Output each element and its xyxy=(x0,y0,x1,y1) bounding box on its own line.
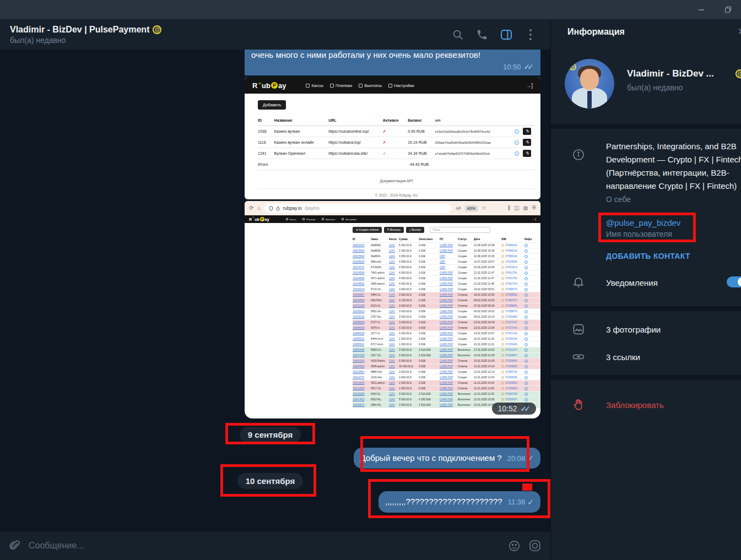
info-icon[interactable]: i xyxy=(524,338,528,341)
cell-kassa-link[interactable]: 1241 xyxy=(389,387,399,390)
cell-payment-system-link[interactable]: CARD P2P xyxy=(440,376,458,379)
cell-sim-link[interactable]: 37586018.. xyxy=(501,244,524,247)
cell-info[interactable]: i xyxy=(524,266,531,269)
info-icon[interactable]: i xyxy=(524,332,528,335)
cell-payment-system-link[interactable]: CARD P2P xyxy=(440,305,458,307)
info-icon[interactable]: i xyxy=(524,360,528,363)
cell-info[interactable]: i xyxy=(524,387,531,390)
info-icon[interactable]: i xyxy=(524,371,528,374)
username-block[interactable]: @pulse_pay_bizdev Имя пользователя xyxy=(606,218,680,238)
cell-payment-system-link[interactable]: CARD P2P xyxy=(440,271,458,274)
cell-payment-system-link[interactable]: CARD P2P xyxy=(440,310,458,313)
cell-payment-system-link[interactable]: CARD P2P xyxy=(440,343,458,346)
cell-payment-system-link[interactable]: CARD P2P xyxy=(440,354,458,357)
cell-info[interactable]: i xyxy=(524,354,531,357)
cell-sim-link[interactable]: 37586018.. xyxy=(501,249,524,252)
cell-kassa-link[interactable]: 1241 xyxy=(389,343,399,346)
block-user-row[interactable]: Заблокировать xyxy=(551,391,741,418)
cell-kassa-link[interactable]: 1241 xyxy=(389,316,399,318)
cell-kassa-link[interactable]: 1241 xyxy=(389,365,399,368)
cell-id-link[interactable]: 19007403 xyxy=(353,398,371,401)
cell-kassa-link[interactable]: 1241 xyxy=(389,277,399,280)
cell-sim-link[interactable]: 37306805.. xyxy=(501,365,524,368)
info-icon[interactable]: i xyxy=(524,244,528,247)
cell-id-link[interactable]: 19150033 xyxy=(353,316,371,318)
cell-id-link[interactable]: 20028929 xyxy=(353,260,371,263)
cell-id-link[interactable]: 19294856 xyxy=(353,299,371,302)
info-icon[interactable]: i xyxy=(524,365,528,368)
cell-id-link[interactable]: 19012294 xyxy=(353,387,371,390)
cell-kassa-link[interactable]: 1241 xyxy=(389,288,399,291)
cell-sim-link[interactable]: 37284749.. xyxy=(501,393,524,395)
cell-info[interactable]: i xyxy=(524,343,531,346)
cell-id-link[interactable]: 19018269 xyxy=(353,393,371,395)
cell-sim-link[interactable]: 37401754.. xyxy=(501,282,524,285)
video-message-icon[interactable] xyxy=(528,539,542,552)
cell-edit[interactable]: ✎ xyxy=(523,128,535,135)
cell-info[interactable]: i xyxy=(524,382,531,385)
cell-edit[interactable]: ✎ xyxy=(523,150,535,157)
edit-icon[interactable]: ✎ xyxy=(523,139,531,146)
cell-id-link[interactable]: 19374737 xyxy=(353,266,371,269)
cell-id-link[interactable]: 19047093 xyxy=(353,354,371,357)
cell-sim-link[interactable]: 37286726.. xyxy=(501,371,524,373)
cell-info[interactable]: i xyxy=(524,249,531,253)
cell-url[interactable]: https://vulkana.top/ xyxy=(328,140,383,144)
cell-payment-system-link[interactable]: CARD P2P xyxy=(440,387,458,390)
cell-id-link[interactable]: 20815993 xyxy=(353,249,371,252)
cell-info[interactable]: i xyxy=(524,255,531,258)
cell-info[interactable]: i xyxy=(524,365,531,368)
cell-info[interactable]: i xyxy=(524,260,531,264)
cell-id-link[interactable]: 19022747 xyxy=(353,376,371,379)
info-icon[interactable]: i xyxy=(524,327,528,330)
cell-id-link[interactable]: 20815960 xyxy=(353,255,371,258)
nav-item-настройки[interactable]: Настройки xyxy=(342,218,356,221)
cell-info[interactable]: i xyxy=(524,332,531,335)
info-icon[interactable]: i xyxy=(524,266,528,269)
cell-url[interactable]: https://vulkanrusia.site/ xyxy=(328,151,383,155)
nav-item-кассы[interactable]: Кассы xyxy=(306,83,323,88)
info-icon[interactable]: i xyxy=(524,393,528,396)
cell-id-link[interactable]: 19003975 xyxy=(353,404,371,406)
cell-id-link[interactable]: 19305987 xyxy=(353,293,371,296)
cell-id-link[interactable]: 19089509 xyxy=(353,321,371,324)
cell-edit[interactable]: ✎ xyxy=(523,139,535,146)
cell-payment-system-link[interactable]: CARD P2P xyxy=(440,360,458,362)
cell-info[interactable]: i xyxy=(524,393,531,396)
info-icon[interactable]: i xyxy=(524,260,528,264)
info-icon[interactable]: i xyxy=(524,249,528,253)
cell-info[interactable]: i xyxy=(524,338,531,341)
cell-kassa-link[interactable]: 1241 xyxy=(389,271,399,274)
cell-info[interactable]: i xyxy=(524,288,531,291)
info-icon[interactable]: i xyxy=(515,151,519,156)
cell-sim-link[interactable]: 37358894.. xyxy=(501,305,524,307)
cell-info[interactable]: i xyxy=(515,140,523,145)
cell-id-link[interactable]: 19231298 xyxy=(353,305,371,307)
cell-payment-system-link[interactable]: CARD P2P xyxy=(440,398,458,401)
cell-id-link[interactable]: 19086608 xyxy=(353,327,371,329)
cell-info[interactable]: i xyxy=(524,271,531,275)
cell-id-link[interactable]: 19334598 xyxy=(353,271,371,274)
cell-kassa-link[interactable]: 1241 xyxy=(389,299,399,302)
cell-sim-link[interactable]: 37331247.. xyxy=(501,349,524,351)
cell-kassa-link[interactable]: 1241 xyxy=(389,371,399,373)
outgoing-message[interactable]: Добрый вечер что с подключением ? 20:08 … xyxy=(354,448,541,469)
cell-sim-link[interactable]: 37326546.. xyxy=(501,360,524,362)
info-icon[interactable]: i xyxy=(524,293,528,297)
cell-sim-link[interactable]: 37350484.. xyxy=(501,316,524,318)
cell-payment-system-link[interactable]: CARD P2P xyxy=(440,321,458,324)
cell-info[interactable]: i xyxy=(524,321,531,324)
info-icon[interactable]: i xyxy=(524,382,528,385)
cell-payment-system-link[interactable]: CARD P2P xyxy=(440,365,458,368)
info-icon[interactable]: i xyxy=(524,282,528,286)
cell-id-link[interactable]: 19334596 xyxy=(353,277,371,280)
info-icon[interactable]: i xyxy=(524,255,528,258)
cell-payment-system-link[interactable]: CARD P2P xyxy=(440,293,458,296)
cell-kassa-link[interactable]: 1241 xyxy=(389,282,399,285)
cell-kassa-link[interactable]: 1241 xyxy=(389,376,399,379)
cell-id-link[interactable]: 19014634 xyxy=(353,382,371,384)
cell-payment-system-link[interactable]: CARD P2P xyxy=(440,249,458,252)
cell-payment-system-link[interactable]: СБП xyxy=(440,266,458,269)
cell-sim-link[interactable]: 37335348.. xyxy=(501,338,524,340)
info-icon[interactable]: i xyxy=(524,271,528,275)
